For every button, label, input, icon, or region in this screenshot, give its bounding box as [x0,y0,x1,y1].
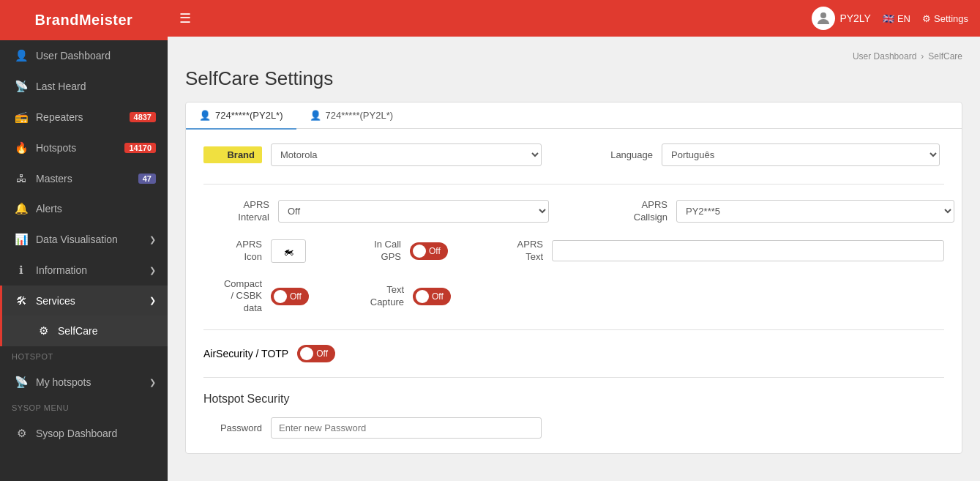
svg-point-0 [820,12,826,18]
sidebar-item-user-dashboard[interactable]: 👤 User Dashboard [0,40,168,71]
app-logo: BrandMeister [0,0,168,40]
sysop-dashboard-icon: ⚙ [14,427,29,440]
sysop-section-label: Sysop Menu [0,398,168,418]
selfcare-icon: ⚙ [36,324,51,338]
airsecurity-value: Off [316,348,328,359]
sidebar-label-data-visualisation: Data Visualisation [36,234,145,245]
user-avatar [812,7,835,30]
tab-1-icon: 👤 [199,110,211,121]
information-arrow-icon: ❯ [149,266,156,275]
sidebar-item-sysop-dashboard[interactable]: ⚙ Sysop Dashboard [0,418,168,449]
masters-icon: 🖧 [14,172,29,184]
in-call-gps-label: In CallGPS [350,239,401,264]
sidebar: BrandMeister 👤 User Dashboard 📡 Last Hea… [0,0,168,481]
hotspots-badge: 14170 [124,143,156,153]
language-label: Language [594,149,653,160]
breadcrumb-current: SelfCare [928,51,962,61]
hotspot-section-label: Hotspot [0,346,168,367]
sidebar-item-my-hotspots[interactable]: 📡 My hotspots ❯ [0,367,168,398]
navbar: ☰ PY2LY 🇬🇧 EN ⚙ Settings [168,0,980,37]
navbar-settings[interactable]: ⚙ Settings [922,13,968,24]
sidebar-item-hotspots[interactable]: 🔥 Hotspots 14170 [0,133,168,163]
aprs-callsign-select[interactable]: PY2***5 [676,200,954,223]
tab-2[interactable]: 👤 724*****(PY2L*) [296,102,407,130]
tab-1[interactable]: 👤 724*****(PY2L*) [186,102,296,130]
sidebar-label-user-dashboard: User Dashboard [36,50,156,61]
sidebar-item-alerts[interactable]: 🔔 Alerts [0,193,168,224]
text-capture-toggle[interactable]: Off [413,288,451,305]
navbar-user: PY2LY [812,7,871,30]
navbar-right: PY2LY 🇬🇧 EN ⚙ Settings [812,7,968,30]
language-field-pair: Language Português [594,143,940,166]
airsecurity-circle [300,347,313,360]
last-heard-icon: 📡 [14,80,29,93]
sidebar-item-last-heard[interactable]: 📡 Last Heard [0,71,168,102]
sidebar-label-alerts: Alerts [36,203,156,215]
compact-text-row: Compact/ CSBKdata Off TextCapture Off [203,278,944,316]
aprs-interval-pair: APRSInterval Off [203,199,549,224]
aprs-icon-pair: APRSIcon 🏍 [203,239,306,264]
hamburger-icon[interactable]: ☰ [179,10,191,26]
aprs-icon-value: 🏍 [283,245,293,257]
sidebar-item-services[interactable]: 🛠 Services ❯ [0,286,168,316]
compact-value: Off [290,291,302,302]
toggle-circle [413,245,426,258]
airsecurity-toggle[interactable]: Off [297,345,335,362]
divider-3 [203,377,944,378]
in-call-gps-toggle[interactable]: Off [410,242,448,260]
sidebar-item-data-visualisation[interactable]: 📊 Data Visualisation ❯ [0,224,168,255]
sidebar-label-selfcare: SelfCare [58,325,156,337]
text-capture-pair: TextCapture Off [353,284,451,309]
hotspots-icon: 🔥 [14,141,29,154]
language-select[interactable]: Português [662,143,940,166]
alerts-icon: 🔔 [14,202,29,215]
content-area: User Dashboard › SelfCare SelfCare Setti… [168,37,980,481]
information-icon: ℹ [14,264,29,277]
my-hotspots-arrow-icon: ❯ [149,378,156,387]
main-area: ☰ PY2LY 🇬🇧 EN ⚙ Settings User Dashboard … [168,0,980,481]
aprs-text-input[interactable]: DMR Brandmeister BR [552,240,944,261]
sidebar-label-hotspots: Hotspots [36,142,124,154]
tabs-body: Brand Motorola Language Português [186,129,962,453]
sidebar-item-masters[interactable]: 🖧 Masters 47 [0,163,168,193]
tabs-wrapper: 👤 724*****(PY2L*) 👤 724*****(PY2L*) Bran… [185,102,962,454]
password-input[interactable] [271,417,542,439]
compact-pair: Compact/ CSBKdata Off [203,278,309,316]
aprs-callsign-label: APRSCallsign [602,199,667,224]
aprs-interval-callsign-row: APRSInterval Off APRSCallsign PY2***5 [203,199,944,224]
masters-badge: 47 [138,174,156,184]
flag-icon: 🇬🇧 [883,13,894,24]
breadcrumb: User Dashboard › SelfCare [185,51,962,61]
tab-2-icon: 👤 [310,110,321,121]
aprs-icon-selector[interactable]: 🏍 [271,239,306,263]
brand-language-row: Brand Motorola Language Português [203,143,944,166]
data-viz-arrow-icon: ❯ [149,235,156,245]
divider-2 [203,329,944,330]
in-call-gps-value: Off [429,246,441,256]
aprs-interval-label: APRSInterval [203,199,269,224]
data-viz-icon: 📊 [14,233,29,246]
tabs-header: 👤 724*****(PY2L*) 👤 724*****(PY2L*) [186,102,962,129]
navbar-language[interactable]: 🇬🇧 EN [883,13,910,24]
breadcrumb-home[interactable]: User Dashboard [853,51,916,61]
brand-select[interactable]: Motorola [271,143,542,166]
repeaters-badge: 4837 [130,112,156,122]
sidebar-item-selfcare[interactable]: ⚙ SelfCare [0,316,168,346]
text-capture-value: Off [432,291,444,302]
sidebar-label-sysop-dashboard: Sysop Dashboard [36,428,156,439]
aprs-text-label: APRSText [492,239,543,264]
aprs-interval-select[interactable]: Off [278,200,549,223]
hotspot-security-section: Hotspot Security Password [203,392,944,439]
text-capture-circle [416,290,429,303]
brand-label: Brand [203,146,262,163]
aprs-text-pair: APRSText DMR Brandmeister BR [492,239,944,264]
sidebar-label-services: Services [36,295,145,307]
sidebar-item-repeaters[interactable]: 📻 Repeaters 4837 [0,102,168,133]
sidebar-label-information: Information [36,264,145,276]
aprs-icon-row: APRSIcon 🏍 In CallGPS Off APRSText [203,239,944,264]
settings-gear-icon: ⚙ [922,13,931,24]
sidebar-item-information[interactable]: ℹ Information ❯ [0,255,168,286]
sidebar-label-repeaters: Repeaters [36,111,130,123]
sidebar-label-masters: Masters [36,173,138,184]
compact-toggle[interactable]: Off [271,288,309,305]
